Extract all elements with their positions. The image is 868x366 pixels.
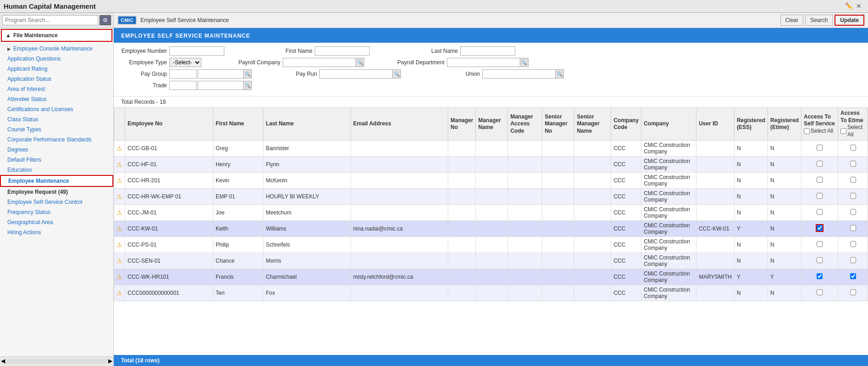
sidebar-item-degrees[interactable]: Degrees [0,145,113,155]
last-name-input[interactable] [460,46,515,56]
sidebar-item-employee-request[interactable]: Employee Request (49) [0,187,113,197]
access-etime-checkbox[interactable] [850,273,856,279]
access-etime-checkbox[interactable] [850,257,856,263]
access-ss-cell [801,141,838,157]
col-email: Email Address [351,108,448,141]
scroll-left-icon[interactable]: ◀ [1,358,5,365]
sidebar-item-education[interactable]: Education [0,165,113,175]
select-all-etime-checkbox[interactable] [840,128,846,134]
access-etime-checkbox[interactable] [850,241,856,247]
sidebar-item-corporate-performance[interactable]: Corporate Performance Standards [0,135,113,145]
access-ss-checkbox[interactable] [817,193,823,199]
access-ss-checkbox[interactable] [817,209,823,215]
email-cell [351,189,448,205]
sidebar-item-class-status[interactable]: Class Status [0,114,113,124]
access-ss-checkbox[interactable] [817,289,823,295]
sidebar-item-area-of-interest[interactable]: Area of Interest [0,84,113,94]
pay-group-input2[interactable] [198,69,244,79]
program-search-input[interactable] [2,15,98,25]
access-ss-checkbox[interactable] [817,241,823,247]
access-ss-checkbox[interactable] [817,225,823,231]
sidebar-item-default-filters[interactable]: Default Filters [0,155,113,165]
table-row: ⚠CCC0000000000001TeriFoxCCCCMiC Construc… [114,285,868,301]
col-reg-etime: Registered (Etime) [768,108,801,141]
access-etime-checkbox[interactable] [850,209,856,215]
sidebar-item-employee-console[interactable]: ▶ Employee Console Maintenance [0,44,113,54]
access-etime-checkbox[interactable] [850,193,856,199]
trade-search-icon[interactable]: 🔍 [244,81,252,90]
first-name-input[interactable] [315,46,370,56]
sidebar-item-certifications[interactable]: Certifications and Licenses [0,104,113,114]
company-cell: CMiC Construction Company [641,141,696,157]
edit-icon[interactable]: ✏️ [845,2,853,11]
access-etime-checkbox[interactable] [850,177,856,183]
sidebar-item-application-status[interactable]: Application Status [0,74,113,84]
sidebar-item-hiring-actions[interactable]: Hiring Actions [0,227,113,237]
pay-run-search-icon[interactable]: 🔍 [393,69,401,79]
union-input[interactable] [482,69,556,79]
sidebar-item-geographical-area[interactable]: Geographical Area [0,217,113,227]
select-all-ss-label[interactable]: Select All [804,128,835,135]
last-name-cell: Williams [263,221,351,237]
mgr-access-cell [508,253,542,269]
mgr-name-cell [476,269,508,285]
access-ss-checkbox[interactable] [817,273,823,279]
warn-icon[interactable]: ⚠ [117,177,122,184]
update-button[interactable]: Update [835,15,864,26]
co-code-cell: CCC [611,157,641,173]
email-cell [351,141,448,157]
col-manager-no: Manager No [448,108,476,141]
pay-group-search-icon[interactable]: 🔍 [244,69,252,79]
select-all-etime-label[interactable]: Select All [840,124,865,138]
last-name-cell: Bannister [263,141,351,157]
warn-icon[interactable]: ⚠ [117,193,122,200]
search-button[interactable]: Search [805,15,833,26]
employee-number-input[interactable] [169,46,224,56]
payroll-company-input[interactable] [283,58,356,67]
sidebar-item-employee-maintenance[interactable]: Employee Maintenance [0,175,113,187]
clear-button[interactable]: Clear [780,15,804,26]
sidebar-item-frequency-status[interactable]: Frequency Status [0,207,113,217]
access-etime-checkbox[interactable] [850,161,856,167]
sr-mgr-name-cell [574,189,611,205]
sr-mgr-name-cell [574,173,611,189]
sidebar-item-course-types[interactable]: Course Types [0,124,113,135]
access-ss-checkbox[interactable] [817,161,823,167]
content-area: CMiC Employee Self Service Maintenance C… [114,13,868,366]
sidebar-item-application-questions[interactable]: Application Questions [0,54,113,64]
access-ss-checkbox[interactable] [817,177,823,183]
payroll-department-search-icon[interactable]: 🔍 [520,58,529,67]
pay-run-input[interactable] [319,69,393,79]
col-company: Company [641,108,696,141]
warn-icon[interactable]: ⚠ [117,289,122,297]
select-all-ss-checkbox[interactable] [804,128,810,134]
union-search-icon[interactable]: 🔍 [556,69,564,79]
warn-icon[interactable]: ⚠ [117,257,122,265]
trade-input2[interactable] [198,81,244,90]
warn-icon[interactable]: ⚠ [117,209,122,216]
warn-icon[interactable]: ⚠ [117,145,122,152]
file-maintenance-header[interactable]: ▲ File Maintenance [1,29,112,42]
access-etime-checkbox[interactable] [850,289,856,295]
scroll-right-icon[interactable]: ▶ [108,358,112,365]
program-search-button[interactable]: ⚙ [100,15,111,25]
access-etime-checkbox[interactable] [850,225,856,231]
warn-icon[interactable]: ⚠ [117,273,122,281]
pay-group-input[interactable] [169,69,197,79]
sidebar-item-applicant-rating[interactable]: Applicant Rating [0,64,113,74]
employee-type-select[interactable]: -Select- [169,58,201,67]
payroll-company-search-icon[interactable]: 🔍 [356,58,364,67]
payroll-department-input[interactable] [447,58,520,67]
access-etime-checkbox[interactable] [850,145,856,151]
access-ss-checkbox[interactable] [817,145,823,151]
last-name-cell: Charmichael [263,269,351,285]
trade-input[interactable] [169,81,197,90]
close-icon[interactable]: ✕ [856,2,864,11]
sidebar-item-employee-self-service[interactable]: Employee Self-Service Control [0,197,113,207]
warn-icon[interactable]: ⚠ [117,225,122,232]
sidebar-item-attendee-status[interactable]: Attendee Status [0,94,113,104]
warn-icon[interactable]: ⚠ [117,161,122,168]
warn-icon[interactable]: ⚠ [117,241,122,248]
access-ss-checkbox[interactable] [817,257,823,263]
first-name-cell: Henry [213,157,263,173]
